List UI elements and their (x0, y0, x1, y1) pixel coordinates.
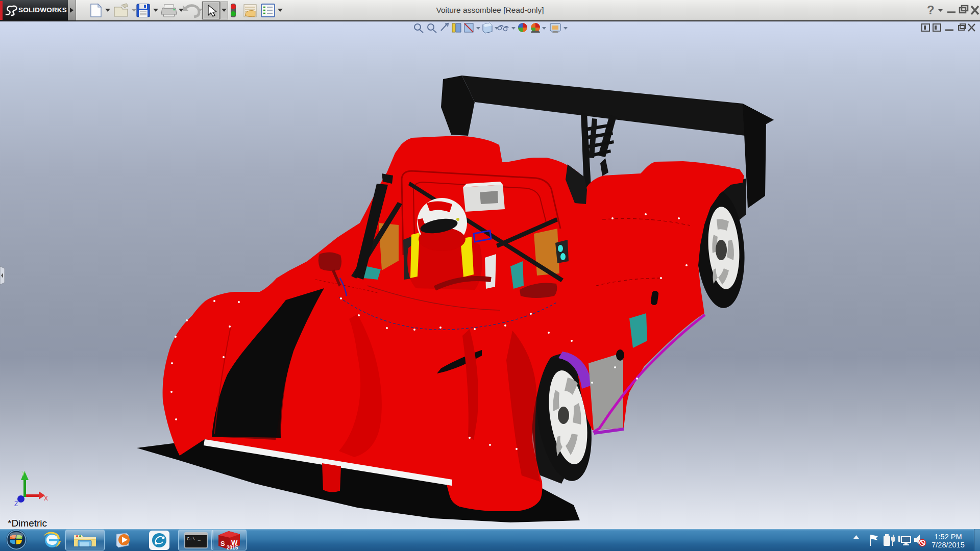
svg-text:X: X (44, 495, 48, 502)
svg-text:Z: Z (14, 500, 18, 508)
svg-text:2015: 2015 (227, 545, 238, 550)
svg-text:?: ? (927, 3, 935, 17)
svg-text:Y: Y (21, 470, 26, 477)
svg-text:C:\‑_: C:\‑_ (187, 537, 201, 542)
svg-text:*Dimetric: *Dimetric (8, 518, 47, 529)
svg-text:S: S (220, 540, 225, 547)
